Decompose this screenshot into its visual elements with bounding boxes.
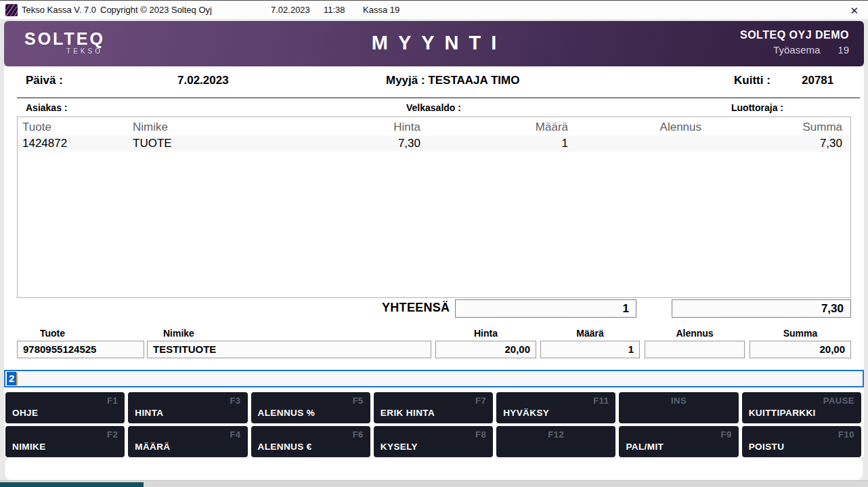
cell-summa: 7,30 xyxy=(705,137,850,150)
fkey-alennus-prosentti[interactable]: ALENNUS % F5 xyxy=(251,392,370,423)
items-table: Tuote Nimike Hinta Määrä Alennus Summa 1… xyxy=(17,117,851,298)
date-value: 7.02.2023 xyxy=(177,74,229,87)
close-icon[interactable]: ✕ xyxy=(847,5,861,17)
customer-row: Asiakas : Velkasaldo : Luottoraja : xyxy=(4,102,864,114)
command-input[interactable]: 2 xyxy=(4,370,864,387)
entry-label-nimike: Nimike xyxy=(147,328,431,341)
seller-info: Myyjä : TESTAAJA TIMO xyxy=(386,74,519,87)
total-sum-field: 7,30 xyxy=(672,299,851,318)
background-window-edge xyxy=(0,482,144,487)
table-row[interactable]: 1424872 TUOTE 7,30 1 7,30 xyxy=(18,135,850,152)
app-icon xyxy=(5,4,18,16)
balance-label: Velkasaldo : xyxy=(406,102,461,113)
date-label: Päivä : xyxy=(26,74,63,87)
copyright-text: Copyright © 2023 Solteq Oyj xyxy=(100,5,212,15)
receipt-number: 20781 xyxy=(802,74,833,87)
workstation-label: Työasema xyxy=(773,44,820,56)
entry-label-tuote: Tuote xyxy=(17,328,144,341)
cell-hinta: 7,30 xyxy=(312,137,424,150)
entry-label-hinta: Hinta xyxy=(435,328,536,341)
fkey-kuittiparkki[interactable]: KUITTIPARKKI PAUSE xyxy=(742,392,861,423)
receipt-info-row: Päivä : 7.02.2023 Myyjä : TESTAAJA TIMO … xyxy=(4,74,864,90)
function-key-panel: OHJE F1 HINTA F3 ALENNUS % F5 ERIK HINTA… xyxy=(5,392,861,457)
cell-nimike: TUOTE xyxy=(129,137,312,150)
sale-content: Päivä : 7.02.2023 Myyjä : TESTAAJA TIMO … xyxy=(4,66,864,458)
items-table-header: Tuote Nimike Hinta Määrä Alennus Summa xyxy=(18,119,850,135)
page-title: MYYNTI xyxy=(4,32,864,54)
cell-tuote: 1424872 xyxy=(18,137,129,150)
product-code-input[interactable]: 9780955124525 xyxy=(17,341,144,358)
text-caret xyxy=(16,373,18,385)
col-header-tuote: Tuote xyxy=(18,121,129,134)
entry-label-summa: Summa xyxy=(750,328,851,341)
line-sum-input[interactable]: 20,00 xyxy=(750,341,851,358)
entry-label-alennus: Alennus xyxy=(645,328,745,341)
fkey-hyvaksy[interactable]: HYVÄKSY F11 xyxy=(496,392,615,423)
quantity-input[interactable]: 1 xyxy=(540,341,640,358)
cell-maara: 1 xyxy=(424,137,571,150)
col-header-hinta: Hinta xyxy=(312,121,424,134)
command-input-selection: 2 xyxy=(7,372,16,385)
titlebar-register: Kassa 19 xyxy=(363,5,399,15)
fkey-hinta[interactable]: HINTA F3 xyxy=(128,392,247,423)
col-header-nimike: Nimike xyxy=(129,121,312,134)
fkey-poistu[interactable]: POISTU F10 xyxy=(742,426,861,457)
status-message-box xyxy=(5,458,863,480)
credit-label: Luottoraja : xyxy=(731,102,783,113)
totals-row: YHTEENSÄ 1 7,30 xyxy=(4,299,864,318)
fkey-kysely[interactable]: KYSELY F8 xyxy=(374,426,493,457)
col-header-alennus: Alennus xyxy=(571,121,705,134)
bottom-area xyxy=(0,457,868,487)
col-header-maara: Määrä xyxy=(424,121,571,134)
entry-label-maara: Määrä xyxy=(540,328,640,341)
price-input[interactable]: 20,00 xyxy=(435,341,536,358)
window-titlebar: Tekso Kassa V. 7.0 Copyright © 2023 Solt… xyxy=(0,1,868,20)
fkey-maara[interactable]: MÄÄRÄ F4 xyxy=(128,426,247,457)
fkey-ins[interactable]: INS xyxy=(619,392,738,423)
fkey-pal-mit[interactable]: PAL/MIT F9 xyxy=(619,426,738,457)
product-name-input[interactable]: TESTITUOTE xyxy=(147,341,431,358)
divider xyxy=(17,98,860,98)
titlebar-time: 11:38 xyxy=(324,5,345,15)
col-header-summa: Summa xyxy=(705,121,850,134)
fkey-erik-hinta[interactable]: ERIK HINTA F7 xyxy=(374,392,493,423)
discount-input[interactable] xyxy=(645,341,745,358)
entry-row: Tuote 9780955124525 Nimike TESTITUOTE Hi… xyxy=(4,328,864,362)
totals-label: YHTEENSÄ xyxy=(382,301,450,315)
window-title: Tekso Kassa V. 7.0 xyxy=(22,5,96,15)
titlebar-date: 7.02.2023 xyxy=(271,5,310,15)
store-info: SOLTEQ OYJ DEMO Työasema 19 xyxy=(740,29,849,56)
receipt-label: Kuitti : xyxy=(734,74,771,87)
workstation-value: 19 xyxy=(838,44,849,56)
total-quantity-field: 1 xyxy=(455,299,636,318)
bottom-strip xyxy=(0,480,868,487)
customer-label: Asiakas : xyxy=(26,102,67,113)
fkey-nimike[interactable]: NIMIKE F2 xyxy=(5,426,125,457)
company-name: SOLTEQ OYJ DEMO xyxy=(740,29,849,41)
fkey-alennus-euro[interactable]: ALENNUS € F6 xyxy=(251,426,370,457)
sales-header: SOLTEQ TEKSO MYYNTI SOLTEQ OYJ DEMO Työa… xyxy=(4,21,864,66)
fkey-ohje[interactable]: OHJE F1 xyxy=(5,392,125,423)
fkey-f12[interactable]: F12 xyxy=(496,426,615,457)
